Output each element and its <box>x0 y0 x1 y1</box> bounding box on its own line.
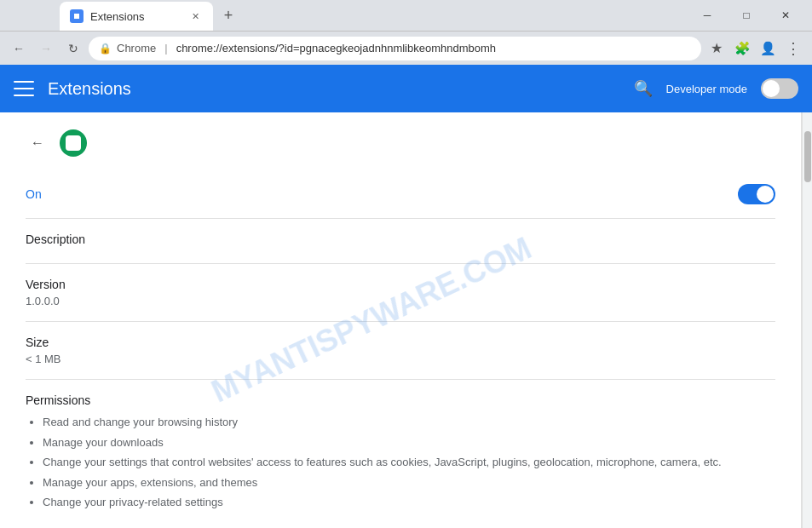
size-section: Size < 1 MB <box>26 322 775 380</box>
tab-favicon <box>70 9 84 23</box>
permission-item-4: Manage your apps, extensions, and themes <box>43 474 775 491</box>
size-value: < 1 MB <box>26 353 775 365</box>
hamburger-menu-button[interactable] <box>14 81 34 96</box>
scrollbar-track[interactable] <box>802 112 812 528</box>
new-tab-button[interactable]: + <box>216 3 240 27</box>
extension-detail-content: ← On Description Version 1.0.0.0 <box>0 112 802 528</box>
minimize-button[interactable]: ─ <box>688 2 727 29</box>
description-section: Description <box>26 219 775 264</box>
menu-button[interactable]: ⋮ <box>781 37 805 60</box>
search-icon[interactable]: 🔍 <box>634 79 653 98</box>
permissions-list: Read and change your browsing history Ma… <box>26 414 775 511</box>
permissions-title: Permissions <box>26 393 775 407</box>
reload-button[interactable]: ↻ <box>61 37 85 60</box>
extensions-header: Extensions 🔍 Developer mode <box>0 65 812 112</box>
tab-close-button[interactable]: ✕ <box>187 9 203 24</box>
tab-label: Extensions <box>90 10 145 23</box>
extensions-tab[interactable]: Extensions ✕ <box>60 2 213 31</box>
navigation-bar: ← → ↻ 🔒 Chrome | chrome://extensions/?id… <box>0 31 812 65</box>
nav-right-icons: ★ 🧩 👤 ⋮ <box>705 37 805 60</box>
developer-mode-toggle[interactable] <box>761 78 798 99</box>
back-to-extensions-button[interactable]: ← <box>26 131 49 155</box>
developer-mode-label: Developer mode <box>666 83 747 95</box>
address-bar[interactable]: 🔒 Chrome | chrome://extensions/?id=pgnac… <box>89 37 701 60</box>
permission-item-2: Manage your downloads <box>43 434 775 451</box>
bookmark-button[interactable]: ★ <box>705 37 728 60</box>
back-button[interactable]: ← <box>7 37 31 60</box>
address-url: chrome://extensions/?id=pgnacegkeojadnhn… <box>176 42 496 55</box>
extension-enabled-row: On <box>26 170 775 219</box>
extension-status-label: On <box>26 187 42 201</box>
browser-label: Chrome <box>117 42 156 55</box>
hamburger-line-2 <box>14 88 34 89</box>
size-title: Size <box>26 336 775 349</box>
forward-button[interactable]: → <box>34 37 58 60</box>
hamburger-line-1 <box>14 81 34 83</box>
tab-bar: Extensions ✕ + <box>7 0 688 31</box>
maximize-button[interactable]: □ <box>727 2 766 29</box>
profile-button[interactable]: 👤 <box>756 37 780 60</box>
developer-mode-toggle-thumb <box>763 80 780 97</box>
version-section: Version 1.0.0.0 <box>26 264 775 322</box>
main-area: ← On Description Version 1.0.0.0 <box>0 112 812 528</box>
permissions-section: Permissions Read and change your browsin… <box>26 380 775 528</box>
version-title: Version <box>26 278 775 291</box>
window-controls: ─ □ ✕ <box>688 2 805 29</box>
description-title: Description <box>26 232 775 246</box>
scrollbar-thumb[interactable] <box>804 131 811 182</box>
hamburger-line-3 <box>14 95 34 96</box>
permission-item-3: Change your settings that control websit… <box>43 454 775 471</box>
permission-item-1: Read and change your browsing history <box>43 414 775 431</box>
lock-icon: 🔒 <box>99 43 112 55</box>
extension-enabled-toggle-thumb <box>757 186 774 203</box>
extension-enabled-toggle[interactable] <box>738 184 775 204</box>
titlebar: Extensions ✕ + ─ □ ✕ <box>0 0 812 31</box>
version-value: 1.0.0.0 <box>26 295 775 307</box>
extension-logo-inner <box>66 135 81 151</box>
extensions-puzzle-button[interactable]: 🧩 <box>730 37 754 60</box>
extensions-page-title: Extensions <box>48 79 131 99</box>
permission-item-5: Change your privacy-related settings <box>43 494 775 511</box>
address-separator: | <box>164 42 167 55</box>
extension-logo <box>60 129 87 157</box>
header-right-controls: 🔍 Developer mode <box>634 78 798 99</box>
extension-header-row: ← <box>26 129 775 157</box>
close-button[interactable]: ✕ <box>766 2 805 29</box>
